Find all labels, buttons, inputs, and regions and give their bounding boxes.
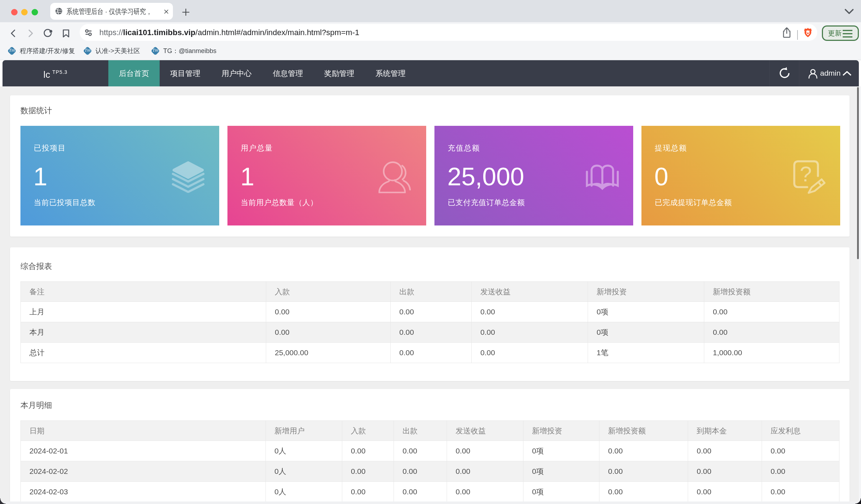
svg-text:?: ? [800, 162, 811, 186]
